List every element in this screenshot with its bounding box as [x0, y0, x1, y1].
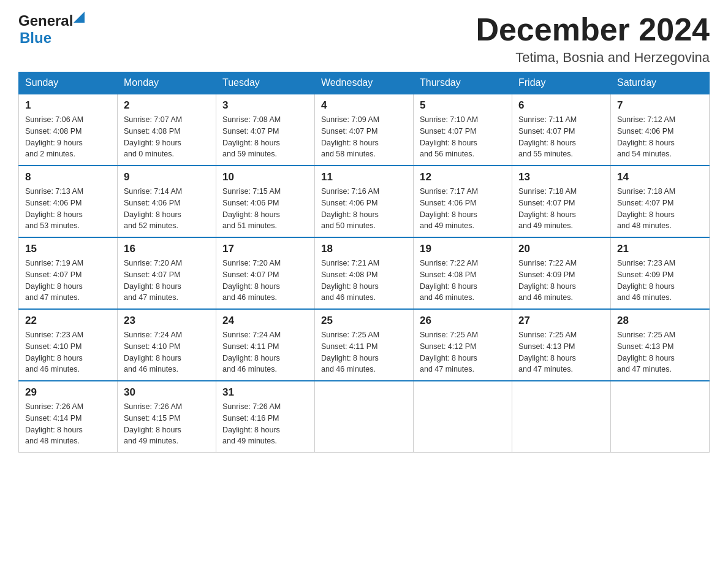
day-number: 1 — [25, 99, 111, 112]
day-info: Sunrise: 7:16 AMSunset: 4:06 PMDaylight:… — [321, 186, 407, 232]
day-info: Sunrise: 7:24 AMSunset: 4:11 PMDaylight:… — [222, 329, 308, 375]
calendar-cell: 20 Sunrise: 7:22 AMSunset: 4:09 PMDaylig… — [512, 237, 611, 309]
day-number: 11 — [321, 171, 407, 183]
logo-general: General — [18, 12, 85, 29]
day-number: 27 — [518, 315, 604, 327]
calendar-cell: 28 Sunrise: 7:25 AMSunset: 4:13 PMDaylig… — [611, 309, 710, 381]
calendar-cell: 8 Sunrise: 7:13 AMSunset: 4:06 PMDayligh… — [19, 166, 118, 237]
calendar-cell: 11 Sunrise: 7:16 AMSunset: 4:06 PMDaylig… — [315, 166, 414, 237]
page-header: General Blue December 2024 Tetima, Bosni… — [18, 12, 710, 66]
day-number: 19 — [420, 243, 506, 255]
day-number: 24 — [222, 315, 308, 327]
day-number: 4 — [321, 99, 407, 112]
weekday-header-thursday: Thursday — [414, 72, 512, 94]
day-info: Sunrise: 7:25 AMSunset: 4:11 PMDaylight:… — [321, 329, 407, 375]
calendar-cell — [315, 381, 414, 453]
weekday-header-monday: Monday — [118, 72, 216, 94]
day-info: Sunrise: 7:25 AMSunset: 4:13 PMDaylight:… — [518, 329, 604, 375]
calendar-cell: 27 Sunrise: 7:25 AMSunset: 4:13 PMDaylig… — [512, 309, 611, 381]
location-subtitle: Tetima, Bosnia and Herzegovina — [476, 50, 710, 66]
day-info: Sunrise: 7:18 AMSunset: 4:07 PMDaylight:… — [518, 186, 604, 232]
day-info: Sunrise: 7:23 AMSunset: 4:09 PMDaylight:… — [617, 258, 703, 304]
day-number: 22 — [25, 315, 111, 327]
calendar-week-row: 29 Sunrise: 7:26 AMSunset: 4:14 PMDaylig… — [19, 381, 710, 453]
calendar-week-row: 22 Sunrise: 7:23 AMSunset: 4:10 PMDaylig… — [19, 309, 710, 381]
day-info: Sunrise: 7:20 AMSunset: 4:07 PMDaylight:… — [222, 258, 308, 304]
calendar-cell: 25 Sunrise: 7:25 AMSunset: 4:11 PMDaylig… — [315, 309, 414, 381]
day-info: Sunrise: 7:08 AMSunset: 4:07 PMDaylight:… — [222, 114, 308, 160]
day-number: 18 — [321, 243, 407, 255]
day-info: Sunrise: 7:26 AMSunset: 4:14 PMDaylight:… — [25, 401, 111, 447]
day-number: 2 — [124, 99, 210, 112]
weekday-header-row: SundayMondayTuesdayWednesdayThursdayFrid… — [19, 72, 710, 94]
day-info: Sunrise: 7:21 AMSunset: 4:08 PMDaylight:… — [321, 258, 407, 304]
day-info: Sunrise: 7:20 AMSunset: 4:07 PMDaylight:… — [124, 258, 210, 304]
calendar-week-row: 8 Sunrise: 7:13 AMSunset: 4:06 PMDayligh… — [19, 166, 710, 237]
day-info: Sunrise: 7:24 AMSunset: 4:10 PMDaylight:… — [124, 329, 210, 375]
day-info: Sunrise: 7:13 AMSunset: 4:06 PMDaylight:… — [25, 186, 111, 232]
day-info: Sunrise: 7:25 AMSunset: 4:13 PMDaylight:… — [617, 329, 703, 375]
day-number: 5 — [420, 99, 506, 112]
calendar-cell: 3 Sunrise: 7:08 AMSunset: 4:07 PMDayligh… — [216, 94, 315, 166]
calendar-cell — [611, 381, 710, 453]
calendar-week-row: 15 Sunrise: 7:19 AMSunset: 4:07 PMDaylig… — [19, 237, 710, 309]
calendar-cell: 14 Sunrise: 7:18 AMSunset: 4:07 PMDaylig… — [611, 166, 710, 237]
day-number: 10 — [222, 171, 308, 183]
day-info: Sunrise: 7:22 AMSunset: 4:09 PMDaylight:… — [518, 258, 604, 304]
day-number: 13 — [518, 171, 604, 183]
day-info: Sunrise: 7:12 AMSunset: 4:06 PMDaylight:… — [617, 114, 703, 160]
calendar-cell: 23 Sunrise: 7:24 AMSunset: 4:10 PMDaylig… — [118, 309, 216, 381]
day-info: Sunrise: 7:11 AMSunset: 4:07 PMDaylight:… — [518, 114, 604, 160]
calendar-cell: 1 Sunrise: 7:06 AMSunset: 4:08 PMDayligh… — [19, 94, 118, 166]
day-info: Sunrise: 7:17 AMSunset: 4:06 PMDaylight:… — [420, 186, 506, 232]
month-title: December 2024 — [476, 12, 710, 47]
day-number: 25 — [321, 315, 407, 327]
day-info: Sunrise: 7:14 AMSunset: 4:06 PMDaylight:… — [124, 186, 210, 232]
day-info: Sunrise: 7:22 AMSunset: 4:08 PMDaylight:… — [420, 258, 506, 304]
calendar-cell: 29 Sunrise: 7:26 AMSunset: 4:14 PMDaylig… — [19, 381, 118, 453]
day-info: Sunrise: 7:06 AMSunset: 4:08 PMDaylight:… — [25, 114, 111, 160]
day-number: 20 — [518, 243, 604, 255]
calendar-cell: 7 Sunrise: 7:12 AMSunset: 4:06 PMDayligh… — [611, 94, 710, 166]
day-number: 12 — [420, 171, 506, 183]
calendar-cell: 15 Sunrise: 7:19 AMSunset: 4:07 PMDaylig… — [19, 237, 118, 309]
day-info: Sunrise: 7:26 AMSunset: 4:16 PMDaylight:… — [222, 401, 308, 447]
day-number: 21 — [617, 243, 703, 255]
day-info: Sunrise: 7:09 AMSunset: 4:07 PMDaylight:… — [321, 114, 407, 160]
day-info: Sunrise: 7:19 AMSunset: 4:07 PMDaylight:… — [25, 258, 111, 304]
day-number: 31 — [222, 386, 308, 399]
day-info: Sunrise: 7:25 AMSunset: 4:12 PMDaylight:… — [420, 329, 506, 375]
calendar-cell: 31 Sunrise: 7:26 AMSunset: 4:16 PMDaylig… — [216, 381, 315, 453]
calendar-cell: 5 Sunrise: 7:10 AMSunset: 4:07 PMDayligh… — [414, 94, 512, 166]
calendar-cell: 9 Sunrise: 7:14 AMSunset: 4:06 PMDayligh… — [118, 166, 216, 237]
weekday-header-tuesday: Tuesday — [216, 72, 315, 94]
calendar-cell: 2 Sunrise: 7:07 AMSunset: 4:08 PMDayligh… — [118, 94, 216, 166]
weekday-header-saturday: Saturday — [611, 72, 710, 94]
weekday-header-friday: Friday — [512, 72, 611, 94]
calendar-week-row: 1 Sunrise: 7:06 AMSunset: 4:08 PMDayligh… — [19, 94, 710, 166]
calendar-cell: 13 Sunrise: 7:18 AMSunset: 4:07 PMDaylig… — [512, 166, 611, 237]
day-number: 9 — [124, 171, 210, 183]
calendar-cell: 18 Sunrise: 7:21 AMSunset: 4:08 PMDaylig… — [315, 237, 414, 309]
logo: General Blue — [18, 12, 85, 47]
day-info: Sunrise: 7:15 AMSunset: 4:06 PMDaylight:… — [222, 186, 308, 232]
day-info: Sunrise: 7:26 AMSunset: 4:15 PMDaylight:… — [124, 401, 210, 447]
calendar-cell: 10 Sunrise: 7:15 AMSunset: 4:06 PMDaylig… — [216, 166, 315, 237]
calendar-cell: 30 Sunrise: 7:26 AMSunset: 4:15 PMDaylig… — [118, 381, 216, 453]
calendar-cell: 6 Sunrise: 7:11 AMSunset: 4:07 PMDayligh… — [512, 94, 611, 166]
weekday-header-sunday: Sunday — [19, 72, 118, 94]
logo-triangle-icon — [74, 12, 85, 23]
calendar-cell — [512, 381, 611, 453]
day-info: Sunrise: 7:10 AMSunset: 4:07 PMDaylight:… — [420, 114, 506, 160]
day-number: 28 — [617, 315, 703, 327]
day-number: 15 — [25, 243, 111, 255]
day-number: 29 — [25, 386, 111, 399]
calendar-cell: 17 Sunrise: 7:20 AMSunset: 4:07 PMDaylig… — [216, 237, 315, 309]
day-info: Sunrise: 7:07 AMSunset: 4:08 PMDaylight:… — [124, 114, 210, 160]
logo-blue-text: Blue — [20, 29, 51, 46]
day-info: Sunrise: 7:18 AMSunset: 4:07 PMDaylight:… — [617, 186, 703, 232]
calendar-cell: 19 Sunrise: 7:22 AMSunset: 4:08 PMDaylig… — [414, 237, 512, 309]
day-number: 26 — [420, 315, 506, 327]
day-number: 30 — [124, 386, 210, 399]
day-number: 16 — [124, 243, 210, 255]
